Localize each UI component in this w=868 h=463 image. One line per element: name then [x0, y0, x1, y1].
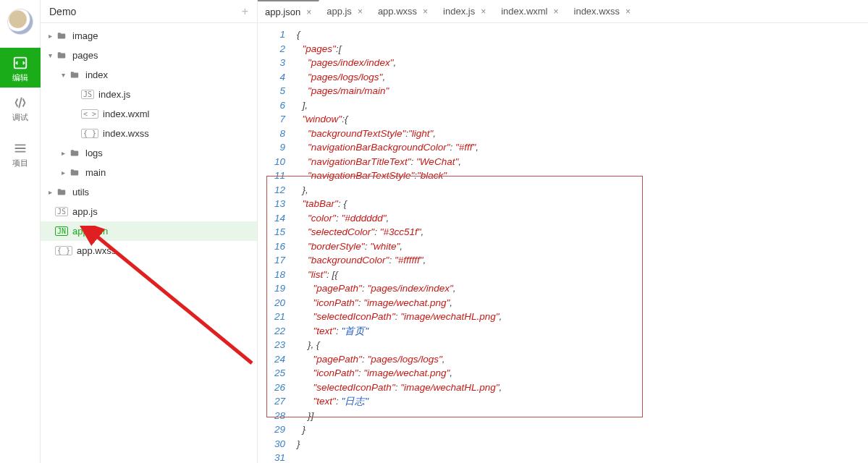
code-line: { [297, 27, 868, 42]
close-icon[interactable]: × [481, 7, 486, 17]
code-line: } [297, 437, 868, 451]
code-line: "backgroundTextStyle":"light", [297, 127, 868, 141]
code-line: "navigationBarTextStyle":"black" [297, 169, 868, 183]
tree-file-app.wxss[interactable]: { }app.wxss [41, 241, 257, 260]
code-line: "borderStyle": "white", [297, 239, 868, 254]
tree-folder-index[interactable]: ▾index [41, 65, 257, 85]
editor-pane: app.json×app.js×app.wxss×index.js×index.… [258, 0, 868, 463]
tab-label: app.wxss [378, 6, 417, 17]
sidebar-debug[interactable]: 调试 [0, 88, 41, 127]
code-line: "selectedIconPath": "image/wechatHL.png"… [297, 310, 868, 324]
code-line: "pages/main/main" [297, 84, 868, 98]
filetype-badge: JS [81, 90, 94, 99]
tab-index.js[interactable]: index.js× [436, 0, 494, 22]
code-line: "backgroundColor": "#ffffff", [297, 253, 868, 268]
menu-icon [12, 140, 28, 156]
code-line [297, 451, 868, 463]
code-icon [12, 55, 28, 71]
tree-folder-main[interactable]: ▸main [41, 163, 257, 182]
sidebar-edit[interactable]: 编辑 [0, 48, 41, 88]
code-line: "color": "#dddddd", [297, 211, 868, 226]
tree-folder-image[interactable]: ▸image [41, 26, 257, 46]
file-explorer: Demo + ▸image▾pages▾indexJSindex.js< >in… [41, 0, 258, 463]
close-icon[interactable]: × [423, 7, 428, 17]
file-label: image [72, 30, 98, 41]
code-line: "iconPath": "image/wechat.png", [297, 366, 868, 381]
project-title: Demo [49, 6, 76, 17]
tree-file-index.js[interactable]: JSindex.js [41, 85, 257, 104]
tab-app.js[interactable]: app.js× [319, 0, 371, 22]
close-icon[interactable]: × [625, 7, 631, 17]
filetype-badge: JN [55, 226, 68, 236]
code-line: "pages/index/index", [297, 56, 868, 70]
debug-icon [12, 95, 28, 111]
tree-file-index.wxss[interactable]: { }index.wxss [41, 124, 257, 143]
add-file-icon[interactable]: + [242, 5, 248, 18]
tab-app.json[interactable]: app.json× [258, 0, 319, 22]
tree-folder-pages[interactable]: ▾pages [41, 46, 257, 65]
code-line: "pages/logs/logs", [297, 70, 868, 85]
code-line: "text": "首页" [297, 324, 868, 339]
tab-index.wxml[interactable]: index.wxml× [494, 0, 566, 22]
chevron-icon: ▸ [59, 169, 67, 177]
file-label: index.js [98, 89, 130, 100]
tab-app.wxss[interactable]: app.wxss× [371, 0, 436, 22]
filetype-badge: JS [55, 207, 68, 216]
code-line: }] [297, 409, 868, 423]
chevron-icon: ▾ [46, 51, 54, 59]
code-line: "pages":[ [297, 42, 868, 56]
file-label: main [85, 167, 106, 178]
avatar[interactable] [7, 9, 33, 35]
tab-label: index.wxss [574, 6, 620, 17]
close-icon[interactable]: × [306, 7, 311, 17]
file-label: app.js [72, 206, 98, 217]
filetype-badge: < > [81, 109, 98, 119]
code-line: "selectedColor": "#3cc51f", [297, 225, 868, 239]
file-label: index [85, 69, 108, 80]
code-area[interactable]: 1234567891011121314151617181920212223242… [258, 23, 868, 463]
code-line: } [297, 422, 868, 437]
tab-label: app.json [265, 7, 300, 17]
tree-folder-logs[interactable]: ▸logs [41, 143, 257, 163]
folder-icon [55, 187, 68, 197]
close-icon[interactable]: × [358, 7, 363, 17]
chevron-icon: ▸ [46, 32, 54, 40]
tree-file-app.js[interactable]: JSapp.js [41, 202, 257, 221]
folder-icon [68, 148, 81, 158]
code-line: "pagePath": "pages/index/index", [297, 281, 868, 296]
file-label: app.wxss [77, 245, 116, 256]
code-line: "list": [{ [297, 268, 868, 282]
sidebar-debug-label: 调试 [12, 112, 28, 123]
code-source[interactable]: { "pages":[ "pages/index/index", "pages/… [294, 23, 868, 463]
sidebar-project-label: 项目 [12, 158, 28, 169]
close-icon[interactable]: × [554, 7, 559, 17]
code-line: }, { [297, 338, 868, 352]
file-label: app.json [72, 226, 108, 237]
code-line: "pagePath": "pages/logs/logs", [297, 352, 868, 367]
folder-icon [55, 31, 68, 41]
file-label: index.wxml [103, 109, 149, 119]
tab-label: app.js [326, 6, 352, 17]
code-line: "tabBar": { [297, 197, 868, 211]
tree-file-index.wxml[interactable]: < >index.wxml [41, 104, 257, 124]
file-label: logs [85, 148, 103, 158]
chevron-icon: ▸ [59, 149, 67, 157]
sidebar-project[interactable]: 项目 [0, 133, 41, 173]
code-line: "selectedIconPath": "image/wechatHL.png"… [297, 381, 868, 395]
sidebar-edit-label: 编辑 [12, 72, 28, 83]
code-line: }, [297, 183, 868, 197]
tree-file-app.json[interactable]: JNapp.json [41, 221, 257, 241]
folder-icon [55, 51, 68, 61]
tab-index.wxss[interactable]: index.wxss× [567, 0, 639, 22]
chevron-icon: ▾ [59, 71, 67, 79]
tab-label: index.wxml [501, 6, 547, 17]
left-sidebar: 编辑 调试 项目 [0, 0, 41, 463]
filetype-badge: { } [55, 246, 72, 255]
editor-tabs: app.json×app.js×app.wxss×index.js×index.… [258, 0, 868, 23]
file-label: index.wxss [103, 128, 149, 139]
folder-icon [68, 168, 81, 178]
file-label: pages [72, 50, 98, 61]
line-gutter: 1234567891011121314151617181920212223242… [258, 23, 294, 463]
tab-label: index.js [443, 6, 475, 17]
tree-folder-utils[interactable]: ▸utils [41, 182, 257, 202]
